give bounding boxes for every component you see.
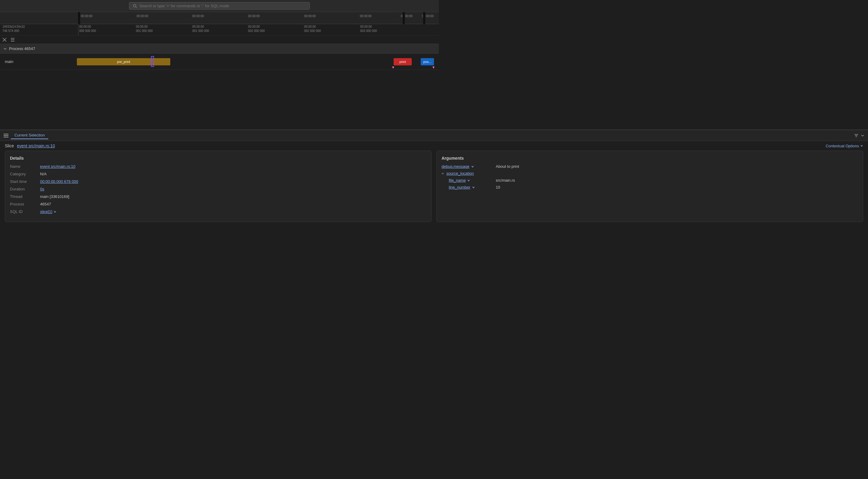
detail-value-duration: 0s: [40, 187, 44, 191]
search-input[interactable]: [139, 4, 306, 8]
ts-divider: [78, 24, 79, 36]
detail-row-process: Process 46547: [10, 202, 427, 206]
ts-mark-5: 00:00:00002 500 000: [304, 25, 321, 33]
ruler-tick-3: 00:00:00: [192, 14, 204, 18]
slice-print-label: print: [399, 60, 406, 64]
ruler-tick-4: 00:00:00: [248, 14, 260, 18]
detail-label-duration: Duration: [10, 187, 40, 191]
search-bar[interactable]: [129, 2, 310, 10]
slice-pre-print[interactable]: pre_print: [77, 58, 170, 65]
thread-track[interactable]: pre_print print pos... ▾ ▾: [77, 54, 439, 70]
slice-pos-label: pos...: [424, 60, 432, 64]
detail-label-name: Name: [10, 164, 40, 169]
top-bar: [0, 0, 439, 12]
panel-tabs: Current Selection: [0, 130, 439, 141]
detail-value-thread: main [33610169]: [40, 194, 69, 199]
arrow-marker-left: ▾: [392, 65, 394, 70]
detail-row-thread: Thread main [33610169]: [10, 194, 427, 199]
detail-label-category: Category: [10, 172, 40, 176]
detail-duration-link[interactable]: 0s: [40, 187, 44, 191]
slice-event-link[interactable]: event src/main.rs:10: [17, 143, 55, 148]
detail-row-sqlid: SQL ID slice[1]: [10, 210, 427, 214]
tab-current-selection[interactable]: Current Selection: [11, 132, 48, 139]
detail-row-category: Category N/A: [10, 172, 427, 176]
slice-prefix: Slice: [5, 143, 14, 148]
collapse-icon[interactable]: [4, 47, 7, 50]
detail-value-sqlid: slice[1]: [40, 210, 56, 214]
ruler-marker-3: [423, 12, 425, 24]
ts-mark-2: 00:00:00001 000 000: [136, 25, 153, 33]
ruler-tick-6: 00:00:00: [360, 14, 372, 18]
process-label: Process 46547: [9, 46, 35, 51]
detail-label-starttime: Start time: [10, 179, 40, 184]
ts-current-line2: 746 574 000: [2, 29, 25, 33]
arrow-marker-right: ▾: [433, 65, 435, 70]
ts-mark-1: 00:00:00000 500 000: [79, 25, 96, 33]
panel-menu-button[interactable]: [2, 132, 10, 139]
detail-starttime-link[interactable]: 00:00:00.000 678 000: [40, 179, 79, 184]
ruler-tick-1: 00:00:00: [81, 14, 93, 18]
timeline-container: 00:00:00 00:00:00 00:00:00 00:00:00 00:0…: [0, 12, 439, 141]
timestamp-row: 19933d14:59x32 746 574 000 00:00:00000 5…: [0, 24, 439, 36]
hamburger-icon: [4, 134, 8, 137]
detail-name-link[interactable]: event src/main.rs:10: [40, 164, 75, 169]
ts-current: 19933d14:59x32 746 574 000: [2, 25, 25, 33]
selection-marker: [151, 56, 154, 67]
detail-value-name: event src/main.rs:10: [40, 164, 75, 169]
detail-label-thread: Thread: [10, 194, 40, 199]
detail-value-starttime: 00:00:00.000 678 000: [40, 179, 79, 184]
thread-row: main pre_print print pos... ▾ ▾: [0, 54, 439, 70]
ts-mark-6: 00:00:00003 000 000: [360, 25, 377, 33]
arguments-card: Arguments debug.message About to print: [436, 151, 439, 222]
bottom-panel: Current Selection Slice event src/main.r…: [0, 130, 439, 240]
ruler-tick-5: 00:00:00: [304, 14, 316, 18]
detail-label-process: Process: [10, 202, 40, 206]
details-title: Details: [10, 156, 427, 161]
process-header: Process 46547: [0, 44, 439, 54]
detail-row-name: Name event src/main.rs:10: [10, 164, 427, 169]
slice-print[interactable]: print: [394, 58, 412, 65]
detail-row-starttime: Start time 00:00:00.000 678 000: [10, 179, 427, 184]
search-icon: [133, 4, 137, 8]
close-icon[interactable]: [2, 38, 7, 42]
ts-mark-4: 00:00:00002 000 000: [248, 25, 265, 33]
ruler-marker-1: [78, 12, 80, 24]
detail-value-process: 46547: [40, 202, 51, 206]
slice-header-row: Slice event src/main.rs:10 Contextual Op…: [0, 141, 439, 151]
ts-mark-3: 00:00:00001 500 000: [192, 25, 209, 33]
list-icon[interactable]: [10, 38, 15, 42]
detail-value-category: N/A: [40, 172, 47, 176]
details-card: Details Name event src/main.rs:10 Catego…: [5, 151, 432, 222]
ruler-tick-2: 00:00:00: [136, 14, 148, 18]
ruler-marker-2: [403, 12, 405, 24]
slice-pre-print-label: pre_print: [117, 60, 130, 64]
ts-current-line1: 19933d14:59x32: [2, 25, 25, 29]
slice-title: Slice event src/main.rs:10: [5, 143, 55, 148]
tab-current-selection-label: Current Selection: [14, 133, 44, 137]
svg-line-1: [135, 7, 136, 7]
thread-label: main: [0, 59, 77, 64]
detail-row-duration: Duration 0s: [10, 187, 427, 191]
detail-sqlid-link[interactable]: slice[1]: [40, 210, 52, 214]
slice-pos[interactable]: pos...: [421, 58, 434, 65]
control-row: [0, 36, 439, 44]
timeline-ruler: 00:00:00 00:00:00 00:00:00 00:00:00 00:0…: [0, 12, 439, 24]
svg-point-0: [133, 4, 136, 7]
sqlid-expand-icon[interactable]: [53, 210, 56, 213]
details-grid: Details Name event src/main.rs:10 Catego…: [0, 151, 439, 227]
detail-label-sqlid: SQL ID: [10, 210, 40, 214]
